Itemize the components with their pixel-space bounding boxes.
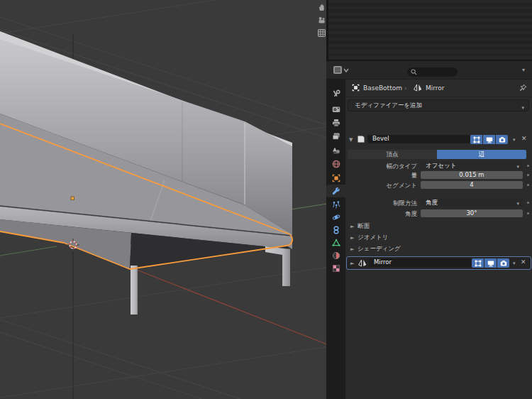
tab-physics[interactable] [326,211,345,224]
tab-tool[interactable] [326,87,345,100]
mirror-name-field[interactable]: Mirror [369,258,472,267]
properties-editor: ▾ [326,61,532,399]
tab-constraints[interactable] [326,224,345,236]
bevel-modifier-panel: ▼ Bevel ▾ ✕ [345,113,532,255]
add-modifier-button[interactable]: モディファイアーを追加 ▾ [348,99,529,111]
breadcrumb-separator-icon: › [404,84,407,92]
width-type-dropdown[interactable]: オフセット ▾ [421,162,523,170]
bevel-display-editmode-toggle[interactable] [470,135,482,144]
header-options-chevron-icon[interactable]: ▾ [522,67,525,73]
viewport-canvas [0,0,328,399]
bevel-expand-arrow-icon[interactable]: ▼ [349,137,353,143]
angle-label: 角度 [345,209,417,218]
subpanel-geometry[interactable]: ジオメトリ [358,234,389,242]
pan-hand-icon[interactable] [316,2,326,12]
blender-window: ▾ [0,0,532,399]
viewport-3d[interactable] [0,0,328,399]
tab-world[interactable] [326,158,345,170]
tab-scene[interactable] [326,144,345,157]
pin-icon[interactable] [519,84,527,92]
segments-field[interactable]: 4 [421,181,523,189]
angle-field[interactable]: 30° [421,209,523,217]
tab-modifiers[interactable] [326,185,345,197]
breadcrumb-object[interactable]: BaseBottom [363,84,402,92]
mirror-extras-chevron-icon[interactable]: ▾ [513,261,516,266]
segments-decorator-dot[interactable] [527,184,529,186]
tab-output[interactable] [326,116,345,129]
affect-vertices-option[interactable]: 頂点 [348,150,437,159]
bevel-modifier-icon [357,135,365,143]
breadcrumb: BaseBottom › Mirror [345,79,532,97]
mirror-modifier-icon [414,84,422,92]
width-type-chevron-icon: ▾ [516,163,519,171]
tab-view-layer[interactable] [326,130,345,143]
bevel-name-field[interactable]: Bevel [367,135,470,143]
editor-type-button[interactable] [333,65,350,77]
bevel-display-viewport-toggle[interactable] [483,135,495,144]
properties-header: ▾ [326,61,532,80]
bevel-close-icon[interactable]: ✕ [521,135,527,142]
mirror-expand-arrow-icon[interactable]: ► [350,261,354,266]
shading-expand-arrow-icon: ► [350,246,354,252]
search-icon [411,69,417,75]
camera-icon [500,260,507,267]
mirror-close-icon[interactable]: ✕ [521,258,526,266]
profile-expand-arrow-icon: ► [350,224,354,229]
bevel-extras-chevron-icon[interactable]: ▾ [513,137,516,143]
monitor-icon [487,260,494,267]
limit-method-decorator-dot[interactable] [527,202,529,204]
sofa-leg-right [265,246,290,286]
sofa-leg-front [131,266,138,315]
outliner-panel[interactable] [328,0,532,60]
tab-texture[interactable] [326,262,345,275]
angle-decorator-dot[interactable] [527,212,529,214]
add-modifier-label: モディファイアーを追加 [355,102,422,109]
properties-tab-column [326,79,345,399]
mirror-name: Mirror [374,258,392,266]
mirror-display-render-toggle[interactable] [497,258,509,268]
editmode-icon [473,136,480,143]
bevel-name: Bevel [372,135,389,142]
amount-label: 量 [345,171,417,180]
geometry-expand-arrow-icon: ► [350,235,354,241]
search-input[interactable] [407,67,458,77]
amount-decorator-dot[interactable] [527,174,529,176]
tab-material[interactable] [326,249,345,262]
tab-object-data[interactable] [326,236,345,249]
sofa-model [0,31,292,315]
mirror-panel-icon [358,259,367,267]
mirror-modifier-panel[interactable]: ► Mirror ▾ ✕ [346,256,531,270]
camera-view-icon[interactable] [316,15,326,25]
object-icon [352,84,360,92]
segments-label: セグメント [345,181,417,190]
tab-particles[interactable] [326,198,345,211]
tab-render[interactable] [326,103,345,116]
amount-field[interactable]: 0.015 m [421,171,523,179]
mirror-display-editmode-toggle[interactable] [472,258,484,268]
camera-icon [499,136,506,143]
x-axis-line [131,268,327,344]
width-type-label: 幅のタイプ [345,162,417,170]
y-axis-line-left [0,246,57,256]
bevel-display-render-toggle[interactable] [496,135,508,144]
monitor-icon [486,136,493,143]
affect-segmented-control: 頂点 辺 [348,150,526,159]
breadcrumb-modifier[interactable]: Mirror [426,84,445,92]
modifier-properties-area: BaseBottom › Mirror モディファイアーを追加 ▾ ▼ [345,79,532,399]
mirror-display-viewport-toggle[interactable] [484,258,497,268]
width-type-decorator-dot[interactable] [527,165,529,167]
limit-method-chevron-icon: ▾ [516,200,519,208]
limit-method-label: 制限方法 [345,199,417,207]
object-origin-dot [71,197,74,200]
add-modifier-chevron-icon: ▾ [521,103,524,114]
affect-edges-option[interactable]: 辺 [437,150,526,159]
subpanel-profile[interactable]: 断面 [358,222,370,231]
editmode-icon [475,260,482,267]
y-axis-line-right [291,204,327,209]
limit-method-dropdown[interactable]: 角度 ▾ [421,199,523,207]
subpanel-shading[interactable]: シェーディング [358,245,401,253]
grid-ortho-icon[interactable] [316,28,326,38]
tab-object[interactable] [326,172,345,185]
